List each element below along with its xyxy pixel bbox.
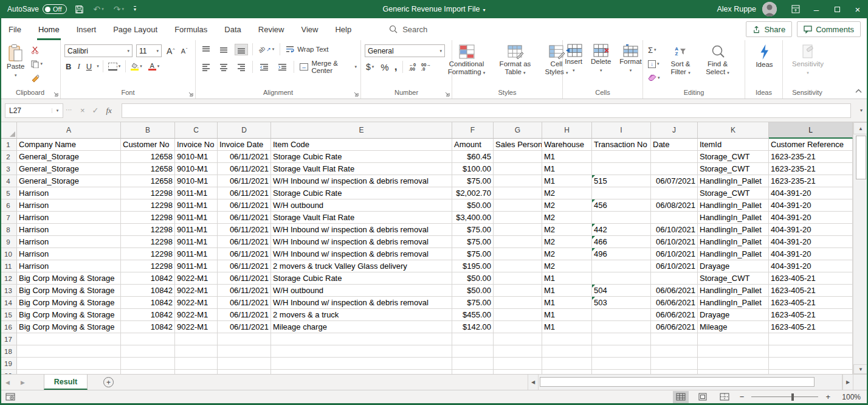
horizontal-scroll-thumb[interactable] [540,377,815,387]
cell-I3[interactable] [592,163,651,175]
zoom-level[interactable]: 100% [838,393,861,401]
cell-B20[interactable] [121,370,175,374]
cell-J18[interactable] [651,345,698,358]
row-header-5[interactable]: 5 [0,187,17,199]
column-header-J[interactable]: J [651,122,698,139]
wrap-text-button[interactable]: Wrap Text [284,43,329,55]
cell-C11[interactable]: 9011-M1 [175,260,218,272]
cell-L13[interactable]: 1623-405-21 [769,285,853,297]
increase-font-button[interactable]: A^ [165,46,176,56]
cell-E13[interactable]: W/H outbound [271,285,452,297]
cell-E3[interactable]: Storage Vault Flat Rate [271,163,452,175]
cell-E7[interactable]: Storage Vault Flat Rate [271,212,452,224]
cell-I7[interactable] [592,212,651,224]
cell-K2[interactable]: Storage_CWT [698,151,769,163]
cell-I19[interactable] [592,358,651,370]
cell-J2[interactable] [651,151,698,163]
cell-L14[interactable]: 1623-405-21 [769,297,853,309]
cell-L19[interactable] [769,358,853,370]
cell-D17[interactable] [218,333,271,345]
cell-D5[interactable]: 06/11/2021 [218,187,271,199]
number-format-combobox[interactable]: General▾ [365,44,445,57]
cell-K13[interactable]: HandlingIn_Pallet [698,285,769,297]
cell-A14[interactable]: Big Corp Moving & Storage [17,297,121,309]
cell-H5[interactable]: M2 [542,187,592,199]
cell-B19[interactable] [121,358,175,370]
cell-F8[interactable]: $75.00 [452,224,494,236]
sheet-tab-result[interactable]: Result [44,375,88,390]
zoom-slider-thumb[interactable] [791,393,794,401]
row-header-1[interactable]: 1 [0,139,17,151]
cell-A18[interactable] [17,345,121,358]
cell-D10[interactable]: 06/11/2021 [218,248,271,260]
cell-C4[interactable]: 9010-M1 [175,175,218,187]
cell-E1[interactable]: Item Code [271,139,452,151]
autosum-button[interactable]: Σ▾ [647,44,661,56]
underline-dropdown-icon[interactable]: ▾ [97,64,99,69]
cell-D12[interactable]: 06/11/2021 [218,272,271,285]
cell-J9[interactable]: 06/10/2021 [651,236,698,248]
row-header-3[interactable]: 3 [0,163,17,175]
cell-G3[interactable] [494,163,542,175]
maximize-button[interactable] [827,0,847,18]
paste-button[interactable]: Paste ▾ [4,43,27,80]
cell-C18[interactable] [175,345,218,358]
cell-A4[interactable]: General_Storage [17,175,121,187]
cell-B12[interactable]: 10842 [121,272,175,285]
copy-button[interactable]: ▾ [30,58,44,70]
font-dialog-launcher[interactable] [187,90,194,97]
scroll-down-button[interactable]: ▼ [853,364,868,374]
decrease-decimal-button[interactable]: 00→.0 [421,63,431,72]
cell-J5[interactable] [651,187,698,199]
ideas-button[interactable]: Ideas [753,43,776,70]
row-header-18[interactable]: 18 [0,345,17,358]
align-center-button[interactable] [217,61,230,73]
fill-color-button[interactable]: ▾ [129,60,143,72]
cell-J19[interactable] [651,358,698,370]
conditional-formatting-button[interactable]: Conditional Formatting ▾ [442,43,492,78]
cell-D16[interactable]: 06/11/2021 [218,321,271,333]
cell-H11[interactable]: M2 [542,260,592,272]
cell-J1[interactable]: Date [651,139,698,151]
cell-I9[interactable]: 466 [592,236,651,248]
cell-B18[interactable] [121,345,175,358]
expand-formula-bar-button[interactable]: ▾ [855,108,868,113]
cell-K3[interactable]: Storage_CWT [698,163,769,175]
cell-A19[interactable] [17,358,121,370]
cell-G2[interactable] [494,151,542,163]
cell-A10[interactable]: Harrison [17,248,121,260]
cell-F2[interactable]: $60.45 [452,151,494,163]
clear-button[interactable]: ▾ [647,72,661,84]
cell-L11[interactable]: 404-391-20 [769,260,853,272]
add-sheet-button[interactable]: + [103,377,114,387]
cell-C15[interactable]: 9022-M1 [175,309,218,321]
cell-C19[interactable] [175,358,218,370]
cell-L5[interactable]: 404-391-20 [769,187,853,199]
borders-button[interactable]: ▾ [107,60,122,72]
cell-B6[interactable]: 12298 [121,199,175,212]
cell-J17[interactable] [651,333,698,345]
cell-E2[interactable]: Storage Cubic Rate [271,151,452,163]
cell-C5[interactable]: 9011-M1 [175,187,218,199]
fill-button[interactable]: ↓▾ [647,58,661,70]
cell-K20[interactable] [698,370,769,374]
cell-A2[interactable]: General_Storage [17,151,121,163]
cell-F12[interactable]: $50.00 [452,272,494,285]
cell-K8[interactable]: HandlingIn_Pallet [698,224,769,236]
cell-I1[interactable]: Transaction No [592,139,651,151]
cell-E15[interactable]: 2 movers & a truck [271,309,452,321]
cell-B5[interactable]: 12298 [121,187,175,199]
cell-D9[interactable]: 06/11/2021 [218,236,271,248]
cell-G4[interactable] [494,175,542,187]
cell-L16[interactable]: 1623-405-21 [769,321,853,333]
tab-file[interactable]: File [0,18,30,40]
cell-I10[interactable]: 496 [592,248,651,260]
row-header-2[interactable]: 2 [0,151,17,163]
vertical-scroll-thumb[interactable] [856,136,866,179]
formula-input[interactable] [122,103,851,118]
font-color-button[interactable]: A ▾ [147,60,161,72]
cell-K9[interactable]: HandlingIn_Pallet [698,236,769,248]
cell-L10[interactable]: 404-391-20 [769,248,853,260]
row-header-15[interactable]: 15 [0,309,17,321]
cell-D18[interactable] [218,345,271,358]
